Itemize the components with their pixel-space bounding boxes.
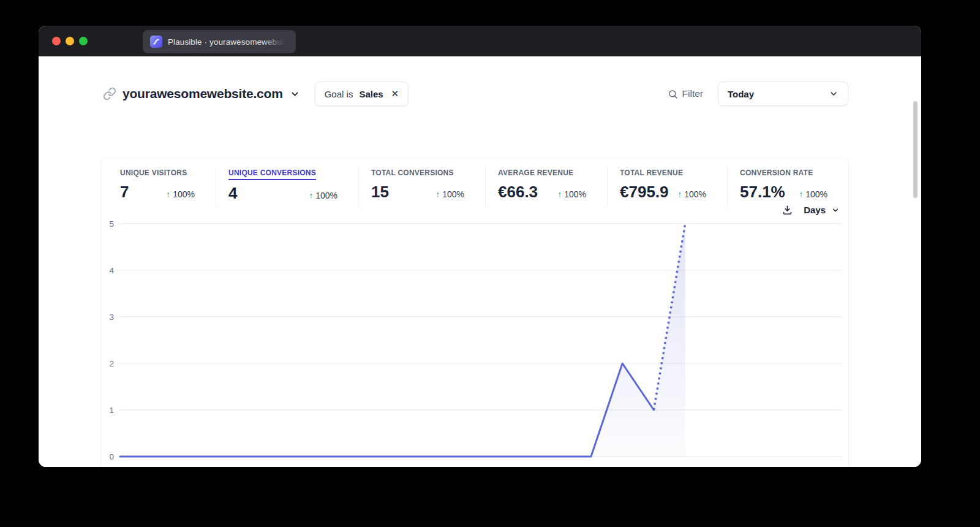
stat-label: CONVERSION RATE	[740, 169, 813, 179]
stat-value: 57.1%	[740, 184, 785, 200]
site-switcher-chevron-down-icon[interactable]	[290, 89, 300, 99]
svg-text:5: 5	[109, 219, 114, 229]
zoom-window-button[interactable]	[79, 37, 88, 45]
goal-filter-value: Sales	[359, 89, 383, 99]
svg-text:6am: 6am	[300, 465, 317, 467]
filter-label: Filter	[682, 88, 703, 99]
tab-title-fade	[263, 32, 291, 51]
up-arrow-icon: ↑	[799, 189, 803, 199]
browser-titlebar: Plausible · yourawesomewebsite	[39, 26, 921, 56]
stat-change: 100%	[805, 189, 827, 199]
stat-label: UNIQUE VISITORS	[120, 169, 187, 179]
stat-label: AVERAGE REVENUE	[498, 169, 573, 179]
stat-change: 100%	[684, 189, 706, 199]
stat-change: 100%	[315, 191, 337, 200]
stat-value: €66.3	[498, 184, 538, 200]
stat-unique-visitors[interactable]: UNIQUE VISITORS 7 ↑100%	[101, 167, 216, 207]
date-range-selector[interactable]: Today	[718, 82, 848, 106]
svg-text:9pm: 9pm	[771, 465, 788, 467]
stat-label: UNIQUE CONVERSIONS	[228, 169, 316, 180]
traffic-lights	[52, 37, 88, 45]
remove-filter-icon[interactable]: ✕	[391, 88, 399, 99]
browser-tab[interactable]: Plausible · yourawesomewebsite	[143, 30, 296, 53]
stats-bar: UNIQUE VISITORS 7 ↑100% UNIQUE CONVERSIO…	[101, 158, 848, 207]
svg-text:4: 4	[109, 266, 114, 275]
date-range-chevron-down-icon	[829, 89, 839, 99]
up-arrow-icon: ↑	[435, 189, 440, 199]
search-icon	[668, 89, 678, 99]
filter-button[interactable]: Filter	[668, 88, 703, 99]
goal-filter-prefix: Goal is	[325, 89, 353, 99]
plausible-logo-icon	[150, 36, 162, 48]
minimize-window-button[interactable]	[66, 37, 74, 45]
svg-text:3: 3	[109, 313, 114, 322]
scrollbar-thumb[interactable]	[913, 101, 918, 198]
stat-total-revenue[interactable]: TOTAL REVENUE €795.9 ↑100%	[608, 167, 728, 207]
stat-change: 100%	[173, 189, 195, 199]
up-arrow-icon: ↑	[677, 189, 682, 199]
stat-conversion-rate[interactable]: CONVERSION RATE 57.1% ↑100%	[728, 167, 848, 207]
stat-label: TOTAL CONVERSIONS	[371, 169, 454, 179]
svg-text:12am: 12am	[109, 465, 131, 467]
up-arrow-icon: ↑	[166, 189, 170, 199]
svg-text:0: 0	[109, 452, 114, 461]
dashboard-page: yourawesomewebsite.com Goal is Sales ✕ F…	[39, 56, 921, 467]
close-window-button[interactable]	[52, 37, 61, 45]
dashboard-header: yourawesomewebsite.com Goal is Sales ✕ F…	[103, 82, 848, 106]
stat-value: 15	[371, 184, 389, 200]
svg-text:3am: 3am	[206, 465, 223, 467]
stat-total-conversions[interactable]: TOTAL CONVERSIONS 15 ↑100%	[359, 167, 486, 207]
stat-change: 100%	[564, 189, 586, 199]
stat-average-revenue[interactable]: AVERAGE REVENUE €66.3 ↑100%	[486, 167, 608, 207]
browser-window: Plausible · yourawesomewebsite youraweso…	[39, 26, 921, 467]
stat-unique-conversions[interactable]: UNIQUE CONVERSIONS 4 ↑100%	[216, 167, 359, 207]
svg-text:1: 1	[109, 406, 114, 415]
dashboard-card: 54321012am3am6am9am12pm3pm6pm9pm UNIQUE …	[101, 158, 848, 467]
svg-text:3pm: 3pm	[582, 465, 600, 467]
interval-chevron-down-icon	[831, 206, 840, 214]
up-arrow-icon: ↑	[557, 189, 562, 199]
stat-value: 7	[120, 184, 129, 200]
stat-value: €795.9	[620, 184, 669, 200]
site-name[interactable]: yourawesomewebsite.com	[123, 86, 283, 101]
svg-text:6pm: 6pm	[677, 465, 694, 467]
stat-value: 4	[228, 185, 237, 201]
svg-text:12pm: 12pm	[486, 465, 508, 467]
stat-label: TOTAL REVENUE	[620, 169, 683, 179]
link-icon	[103, 87, 116, 100]
interval-selector[interactable]: Days	[782, 204, 840, 216]
date-range-value: Today	[728, 89, 754, 99]
stat-change: 100%	[442, 189, 464, 199]
download-export-icon[interactable]	[782, 204, 793, 216]
svg-text:9am: 9am	[394, 465, 411, 467]
svg-text:2: 2	[109, 359, 114, 368]
up-arrow-icon: ↑	[309, 191, 313, 200]
interval-label: Days	[804, 205, 826, 215]
goal-filter-pill[interactable]: Goal is Sales ✕	[315, 82, 409, 106]
